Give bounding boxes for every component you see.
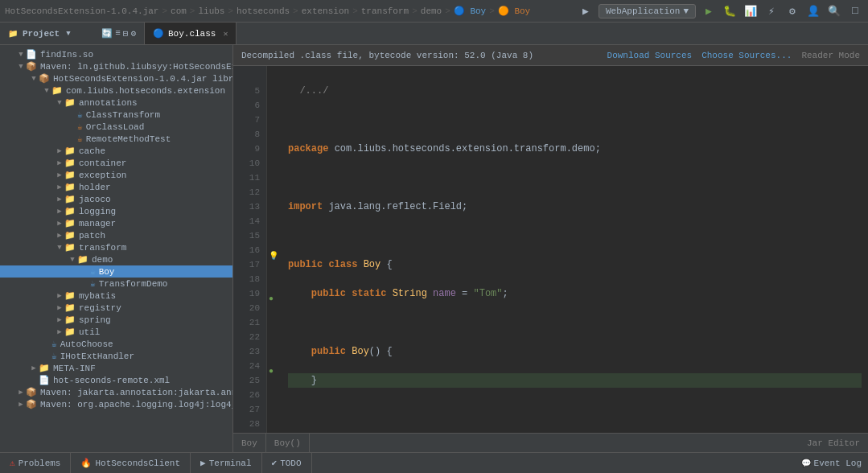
breadcrumb-item: extension [302, 6, 349, 16]
sidebar-item-transform[interactable]: ▼ 📁 transform [0, 241, 232, 253]
settings-icon[interactable]: ⚙ [784, 3, 800, 19]
sidebar-item-mybatis[interactable]: ▶ 📁 mybatis [0, 290, 232, 302]
sidebar-item-com-liubs[interactable]: ▼ 📁 com.liubs.hotseconds.extension [0, 84, 232, 97]
jar-editor-text: Jar Editor [807, 438, 860, 448]
sidebar-item-autochoose[interactable]: ☕ AutoChoose [0, 338, 232, 350]
gear-icon[interactable]: ⚙ [130, 28, 136, 39]
run-icon[interactable]: ▶ [578, 3, 594, 19]
debug-icon[interactable]: 🐛 [722, 3, 738, 19]
sidebar-item-transformdemo[interactable]: ☕ TransformDemo [0, 278, 232, 290]
tab-close-icon[interactable]: ✕ [223, 29, 228, 39]
sidebar-item-findins[interactable]: ▼ 📄 findIns.so [0, 48, 232, 60]
sidebar-item-meta-inf[interactable]: ▶ 📁 META-INF [0, 362, 232, 374]
search-everywhere-icon[interactable]: 🔍 [826, 3, 842, 19]
breadcrumb-item-boy2: 🟠 Boy [498, 6, 530, 16]
sidebar-item-remotemethodtest[interactable]: ☕ RemoteMethodTest [0, 133, 232, 145]
sidebar-item-container[interactable]: ▶ 📁 container [0, 157, 232, 169]
code-line-15 [288, 402, 862, 417]
breadcrumb-item-boy1: 🔵 Boy [454, 6, 486, 16]
project-dropdown-icon: ▼ [66, 30, 70, 38]
sidebar-item-util[interactable]: ▶ 📁 util [0, 326, 232, 338]
sidebar-item-demo[interactable]: ▼ 📁 demo [0, 253, 232, 265]
sidebar-item-jar[interactable]: ▼ 📦 HotSecondsExtension-1.0.4.jar librar… [0, 72, 232, 84]
code-line-12 [288, 315, 862, 330]
filter-icon[interactable]: ⊟ [123, 28, 129, 39]
top-bar: HotSecondsExtension-1.0.4.jar > com > li… [0, 0, 868, 23]
bottom-tabs: ⚠ Problems 🔥 HotSecondsClient ▶ Terminal… [0, 452, 868, 473]
webapp-button[interactable]: WebApplication ▼ [599, 4, 696, 19]
sidebar-item-boy[interactable]: ☕ Boy [0, 265, 232, 278]
status-event-log[interactable]: 💬 Event Log [801, 453, 862, 473]
sidebar-tree: ▼ 📄 findIns.so ▼ 📦 Maven: ln.github.liub… [0, 45, 232, 452]
code-line-8: import java.lang.reflect.Field; [288, 199, 862, 214]
project-label: Project [23, 29, 60, 39]
breadcrumb: HotSecondsExtension-1.0.4.jar > com > li… [5, 6, 530, 16]
editor-tab-boy-constructor[interactable]: Boy() [266, 434, 310, 452]
bottom-tab-todo[interactable]: ✔ TODO [262, 453, 312, 473]
editor-tab-boy[interactable]: Boy [233, 434, 266, 452]
terminal-icon: ▶ [200, 458, 206, 468]
sidebar-item-maven-log4j[interactable]: ▶ 📦 Maven: org.apache.logging.log4j:log4… [0, 398, 232, 410]
sidebar-item-logging[interactable]: ▶ 📁 logging [0, 205, 232, 217]
info-bar-text: Decompiled .class file, bytecode version… [241, 51, 533, 60]
code-line-11: public static String name = "Tom"; [288, 286, 862, 301]
sync-icon[interactable]: 🔄 [101, 28, 113, 39]
tab-label: Boy.class [168, 29, 216, 39]
todo-label: TODO [280, 459, 301, 468]
bottom-tab-problems[interactable]: ⚠ Problems [0, 453, 71, 473]
sidebar-item-registry[interactable]: ▶ 📁 registry [0, 302, 232, 314]
breadcrumb-item: com [171, 6, 187, 16]
sidebar-item-maven-hotseconds[interactable]: ▼ 📦 Maven: ln.github.liubsyy:HotSecondsE… [0, 60, 232, 72]
terminal-label: Terminal [209, 459, 252, 468]
line-numbers: 5 6 7 8 9 10 11 12 13 14 15 16 17 18 19 … [233, 66, 267, 433]
sidebar-item-holder[interactable]: ▶ 📁 holder [0, 181, 232, 193]
tab-boy-class[interactable]: 🔵 Boy.class ✕ [145, 23, 237, 44]
gutter-icon-14: 💡 [269, 251, 278, 261]
reader-mode-text: Reader Mode [801, 51, 860, 60]
project-dropdown[interactable]: 📁 Project ▼ 🔄 ≡ ⊟ ⚙ [0, 23, 145, 44]
bottom-tab-hotsecondsClient[interactable]: 🔥 HotSecondsClient [71, 453, 191, 473]
sidebar-item-exception[interactable]: ▶ 📁 exception [0, 169, 232, 181]
sidebar-item-patch[interactable]: ▶ 📁 patch [0, 229, 232, 241]
sidebar-item-spring[interactable]: ▶ 📁 spring [0, 314, 232, 326]
bottom-tabs-spacer [312, 453, 801, 473]
sidebar-item-annotations[interactable]: ▼ 📁 annotations [0, 97, 232, 109]
sidebar-item-hot-seconds-xml[interactable]: 📄 hot-seconds-remote.xml [0, 374, 232, 386]
download-sources-link[interactable]: Download Sources [607, 51, 693, 60]
top-icons: ▶ WebApplication ▼ ▶ 🐛 📊 ⚡ ⚙ 👤 🔍 □ [578, 3, 863, 19]
avatar-icon[interactable]: 👤 [805, 3, 821, 19]
collapse-icon[interactable]: ≡ [115, 28, 121, 39]
editor-area: Decompiled .class file, bytecode version… [233, 45, 868, 452]
sidebar-item-maven-jakarta[interactable]: ▶ 📦 Maven: jakarta.annotation:jakarta.an… [0, 386, 232, 398]
profile-icon[interactable]: ⚡ [763, 3, 780, 19]
main-area: ▼ 📄 findIns.so ▼ 📦 Maven: ln.github.liub… [0, 45, 868, 452]
breadcrumb-item: HotSecondsExtension-1.0.4.jar [5, 6, 158, 16]
code-line-10: public class Boy { [288, 257, 862, 272]
jar-editor-label: Jar Editor [799, 434, 868, 452]
sidebar-item-classtransform[interactable]: ☕ ClassTransform [0, 109, 232, 121]
choose-sources-link[interactable]: Choose Sources... [701, 51, 792, 60]
coverage-icon[interactable]: 📊 [743, 3, 759, 19]
sidebar-item-jacoco[interactable]: ▶ 📁 jacoco [0, 193, 232, 205]
sidebar-item-ihotexthandler[interactable]: ☕ IHotExtHandler [0, 350, 232, 362]
breadcrumb-item: demo [421, 6, 442, 16]
breadcrumb-item: liubs [198, 6, 224, 16]
sidebar-item-manager[interactable]: ▶ 📁 manager [0, 217, 232, 229]
editor-bottom-tabs: Boy Boy() Jar Editor [233, 433, 868, 452]
info-bar-actions: Download Sources Choose Sources... Reade… [607, 51, 860, 60]
event-log-label: Event Log [814, 459, 862, 468]
layout-icon[interactable]: □ [847, 3, 863, 19]
sidebar-item-onclassload[interactable]: ☕ OrClassLoad [0, 121, 232, 133]
event-log-icon: 💬 [801, 459, 811, 468]
hotseconds-label: HotSecondsClient [95, 459, 180, 468]
run-green-icon[interactable]: ▶ [701, 3, 717, 19]
bottom-tab-terminal[interactable]: ▶ Terminal [191, 453, 261, 473]
gutter: 💡 ● ● [267, 66, 282, 433]
sidebar-item-cache[interactable]: ▶ 📁 cache [0, 145, 232, 157]
code-editor[interactable]: 5 6 7 8 9 10 11 12 13 14 15 16 17 18 19 … [233, 66, 868, 433]
code-content[interactable]: /.../ package com.liubs.hotseconds.exten… [282, 66, 868, 433]
problems-icon: ⚠ [10, 458, 15, 468]
code-line-13: public Boy() { [288, 344, 862, 359]
problems-label: Problems [19, 459, 61, 468]
editor-tabs-spacer [310, 434, 799, 452]
